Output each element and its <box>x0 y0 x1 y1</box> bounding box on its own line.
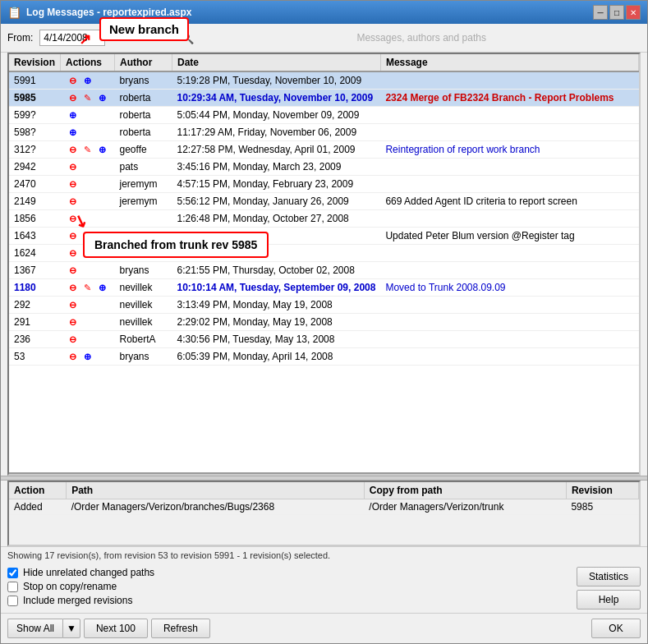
help-button[interactable]: Help <box>577 590 641 610</box>
table-row[interactable]: 1180 ⊖✎⊕ nevillek 10:10:14 AM, Tuesday, … <box>9 279 639 297</box>
cell-date: 5:56:12 PM, Monday, January 26, 2009 <box>172 193 381 210</box>
close-button[interactable]: ✕ <box>626 5 641 20</box>
main-window: 📋 Log Messages - reportexpired.aspx ─ □ … <box>0 0 648 644</box>
minus-icon[interactable]: ⊖ <box>67 246 80 260</box>
show-all-group[interactable]: Show All ▼ <box>7 619 80 638</box>
table-row[interactable]: 2942 ⊖ pats 3:45:16 PM, Monday, March 23… <box>9 159 639 176</box>
cell-revision: 599? <box>9 107 61 124</box>
minus-icon[interactable]: ⊖ <box>67 298 80 311</box>
minus-icon[interactable]: ⊖ <box>67 91 80 104</box>
hide-unrelated-checkbox[interactable] <box>7 568 18 578</box>
ok-button[interactable]: OK <box>591 619 641 638</box>
plus-icon[interactable]: ⊕ <box>67 108 80 122</box>
next-100-button[interactable]: Next 100 <box>84 619 148 638</box>
table-row[interactable]: 2149 ⊖ jeremym 5:56:12 PM, Monday, Janua… <box>9 193 639 210</box>
log-table-container[interactable]: Revision Actions Author Date Message 599… <box>9 54 639 474</box>
table-row[interactable]: 5985 ⊖✎⊕ roberta 10:29:34 AM, Tuesday, N… <box>9 90 639 107</box>
table-row[interactable]: 1367 ⊖ bryans 6:21:55 PM, Thursday, Octo… <box>9 262 639 279</box>
cell-author: bryans <box>115 348 172 366</box>
path-table-container[interactable]: Action Path Copy from path Revision Adde… <box>7 481 641 546</box>
plus-icon[interactable]: ⊕ <box>81 74 94 87</box>
path-col-revision[interactable]: Revision <box>566 482 638 499</box>
minus-icon[interactable]: ⊖ <box>67 315 80 329</box>
cell-date <box>172 245 381 262</box>
path-table: Action Path Copy from path Revision Adde… <box>9 482 639 515</box>
show-all-dropdown-arrow[interactable]: ▼ <box>62 619 80 638</box>
refresh-button[interactable]: Refresh <box>151 619 210 638</box>
table-row[interactable]: 292 ⊖ nevillek 3:13:49 PM, Monday, May 1… <box>9 297 639 314</box>
title-controls[interactable]: ─ □ ✕ <box>593 5 641 20</box>
minus-icon[interactable]: ⊖ <box>67 195 80 208</box>
table-row[interactable]: 1624 ⊖ <box>9 245 639 262</box>
table-row[interactable]: 236 ⊖ RobertA 4:30:56 PM, Tuesday, May 1… <box>9 331 639 348</box>
cell-date <box>172 228 381 245</box>
cell-actions: ⊖ <box>61 159 115 176</box>
col-header-author[interactable]: Author <box>115 54 172 71</box>
minus-icon[interactable]: ⊖ <box>67 333 80 346</box>
col-header-revision[interactable]: Revision <box>9 54 61 71</box>
path-col-path[interactable]: Path <box>67 482 365 499</box>
minimize-button[interactable]: ─ <box>593 5 608 20</box>
cell-message: Updated Peter Blum version @Register tag <box>380 228 638 245</box>
minus-icon[interactable]: ⊖ <box>67 160 80 173</box>
table-row[interactable]: 53 ⊖⊕ bryans 6:05:39 PM, Monday, April 1… <box>9 348 639 366</box>
plus-icon[interactable]: ⊕ <box>96 143 109 156</box>
edit-icon[interactable]: ✎ <box>81 143 94 156</box>
table-row[interactable]: 291 ⊖ nevillek 2:29:02 PM, Monday, May 1… <box>9 314 639 331</box>
cell-date: 5:19:28 PM, Tuesday, November 10, 2009 <box>172 71 381 90</box>
statistics-button[interactable]: Statistics <box>577 567 641 586</box>
table-row[interactable]: 2470 ⊖ jeremym 4:57:15 PM, Monday, Febru… <box>9 176 639 193</box>
minus-icon[interactable]: ⊖ <box>67 229 80 242</box>
cell-revision: 598? <box>9 124 61 141</box>
log-table-wrapper: Revision Actions Author Date Message 599… <box>7 53 641 476</box>
cell-actions: ⊖⊕ <box>61 71 115 90</box>
path-col-action[interactable]: Action <box>9 482 67 499</box>
stop-on-copy-checkbox[interactable] <box>7 582 18 592</box>
col-header-message[interactable]: Message <box>380 54 638 71</box>
cell-date: 5:05:44 PM, Monday, November 09, 2009 <box>172 107 381 124</box>
minus-icon[interactable]: ⊖ <box>67 212 80 225</box>
minus-icon[interactable]: ⊖ <box>67 74 80 87</box>
table-row[interactable]: 1856 ⊖ 1:26:48 PM, Monday, October 27, 2… <box>9 210 639 228</box>
cell-message <box>380 210 638 228</box>
show-all-button[interactable]: Show All <box>7 619 62 638</box>
cell-actions: ⊕ <box>61 107 115 124</box>
table-row[interactable]: 599? ⊕ roberta 5:05:44 PM, Monday, Novem… <box>9 107 639 124</box>
minus-icon[interactable]: ⊖ <box>67 177 80 191</box>
table-row[interactable]: 312? ⊖✎⊕ geoffe 12:27:58 PM, Wednesday, … <box>9 141 639 159</box>
cell-revision: 1624 <box>9 245 61 262</box>
options-panel: Hide unrelated changed paths Stop on cop… <box>1 564 647 613</box>
cell-actions: ⊖ <box>61 331 115 348</box>
plus-icon[interactable]: ⊕ <box>96 91 109 104</box>
edit-icon[interactable]: ✎ <box>81 91 94 104</box>
status-text: Showing 17 revision(s), from revision 53… <box>7 550 330 560</box>
minus-icon[interactable]: ⊖ <box>67 281 80 294</box>
table-row[interactable]: 598? ⊕ roberta 11:17:29 AM, Friday, Nove… <box>9 124 639 141</box>
plus-icon[interactable]: ⊕ <box>67 126 80 139</box>
table-row[interactable]: 5991 ⊖⊕ bryans 5:19:28 PM, Tuesday, Nove… <box>9 71 639 90</box>
minus-icon[interactable]: ⊖ <box>67 350 80 363</box>
col-header-actions[interactable]: Actions <box>61 54 115 71</box>
window-icon: 📋 <box>7 6 21 19</box>
edit-icon[interactable]: ✎ <box>81 281 94 294</box>
include-merged-checkbox[interactable] <box>7 596 18 606</box>
maximize-button[interactable]: □ <box>609 5 624 20</box>
path-col-copy-from[interactable]: Copy from path <box>364 482 566 499</box>
cell-revision: 1180 <box>9 279 61 297</box>
cell-message <box>380 262 638 279</box>
path-table-row[interactable]: Added /Order Managers/Verizon/branches/B… <box>9 499 639 515</box>
cell-message: Reintegration of report work branch <box>380 141 638 159</box>
plus-icon[interactable]: ⊕ <box>96 281 109 294</box>
minus-icon[interactable]: ⊖ <box>67 143 80 156</box>
path-cell-action: Added <box>9 499 67 515</box>
search-placeholder: Messages, authors and paths <box>202 32 641 44</box>
from-date-input[interactable] <box>39 30 105 46</box>
table-row[interactable]: 1643 ⊖ Updated Peter Blum version @Regis… <box>9 228 639 245</box>
cell-revision: 236 <box>9 331 61 348</box>
cell-message <box>380 107 638 124</box>
col-header-date[interactable]: Date <box>172 54 381 71</box>
plus-icon[interactable]: ⊕ <box>81 350 94 363</box>
search-button[interactable]: 🔍 <box>177 29 195 47</box>
minus-icon[interactable]: ⊖ <box>67 264 80 277</box>
cell-author: bryans <box>115 71 172 90</box>
